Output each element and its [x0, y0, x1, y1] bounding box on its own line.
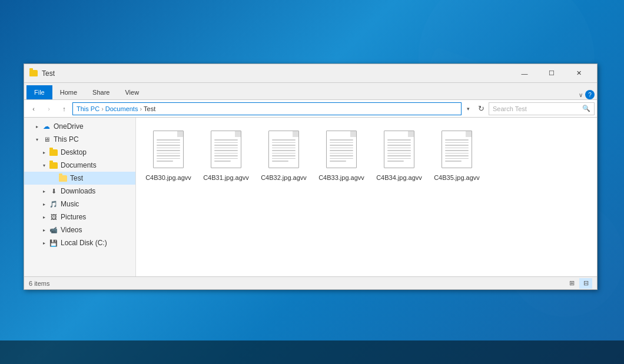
sidebar-item-downloads[interactable]: ⬇ Downloads: [24, 185, 135, 198]
ribbon: File Home Share View ∨ ?: [24, 83, 597, 100]
expand-documents[interactable]: [41, 162, 48, 169]
downloads-icon: ⬇: [49, 186, 58, 196]
tab-share[interactable]: Share: [85, 85, 117, 99]
sidebar-label-thispc: This PC: [54, 135, 79, 143]
file-icon-container: [438, 127, 476, 172]
sidebar-item-onedrive[interactable]: ☁ OneDrive: [24, 120, 135, 133]
file-icon-container: [380, 127, 418, 172]
content-area: ☁ OneDrive 🖥 This PC: [24, 118, 597, 276]
expand-desktop[interactable]: [41, 149, 48, 156]
ribbon-tabs: File Home Share View ∨ ?: [24, 83, 597, 99]
doc-icon: [384, 131, 414, 168]
file-name: C4B32.jpg.agvv: [261, 173, 307, 182]
breadcrumb-sep-2: ›: [140, 105, 142, 112]
sidebar-label-documents: Documents: [61, 161, 97, 169]
sidebar-item-videos[interactable]: 📹 Videos: [24, 223, 135, 236]
status-bar: 6 items ⊞ ⊟: [24, 276, 597, 289]
pc-icon: 🖥: [42, 135, 51, 144]
onedrive-icon: ☁: [42, 122, 51, 131]
maximize-button[interactable]: ☐: [538, 64, 565, 83]
tab-file[interactable]: File: [26, 85, 52, 99]
close-button[interactable]: ✕: [565, 64, 592, 83]
file-icon-container: [265, 127, 303, 172]
file-item[interactable]: C4B33.jpg.agvv: [315, 123, 368, 185]
sidebar-item-localdisk[interactable]: 💾 Local Disk (C:): [24, 236, 135, 249]
breadcrumb[interactable]: This PC › Documents › Test: [72, 102, 462, 115]
doc-lines: [445, 139, 469, 163]
breadcrumb-thispc[interactable]: This PC: [77, 105, 99, 112]
expand-onedrive[interactable]: [34, 123, 41, 130]
breadcrumb-documents[interactable]: Documents: [105, 105, 138, 112]
file-item[interactable]: C4B30.jpg.agvv: [142, 123, 195, 185]
file-icon-container: [323, 127, 360, 172]
forward-button[interactable]: ›: [42, 102, 56, 116]
documents-folder-icon: [49, 161, 58, 170]
file-area: C4B30.jpg.agvv C4B: [136, 118, 597, 276]
sidebar: ☁ OneDrive 🖥 This PC: [24, 118, 136, 276]
back-button[interactable]: ‹: [26, 102, 41, 116]
help-icon[interactable]: ?: [585, 90, 595, 99]
file-name: C4B30.jpg.agvv: [145, 173, 191, 182]
pictures-icon: 🖼: [49, 212, 58, 222]
up-button[interactable]: ↑: [57, 102, 71, 116]
sidebar-label-desktop: Desktop: [61, 148, 87, 156]
breadcrumb-dropdown[interactable]: ▾: [463, 102, 473, 115]
view-icons-button[interactable]: ⊟: [579, 278, 592, 289]
sidebar-item-desktop[interactable]: Desktop: [24, 146, 135, 159]
minimize-button[interactable]: —: [511, 64, 538, 83]
refresh-button[interactable]: ↻: [474, 102, 487, 115]
file-icon-container: [150, 127, 187, 172]
breadcrumb-test: Test: [144, 105, 155, 112]
sidebar-label-videos: Videos: [61, 226, 82, 234]
expand-videos[interactable]: [41, 226, 48, 233]
expand-localdisk[interactable]: [41, 239, 48, 246]
doc-icon: [442, 131, 472, 168]
view-details-button[interactable]: ⊞: [565, 278, 578, 289]
music-icon: 🎵: [49, 199, 58, 209]
sidebar-item-music[interactable]: 🎵 Music: [24, 198, 135, 211]
expand-icon: ∨: [579, 92, 583, 98]
doc-lines: [157, 139, 180, 163]
file-item[interactable]: C4B35.jpg.agvv: [430, 123, 483, 185]
sidebar-scroll: ☁ OneDrive 🖥 This PC: [24, 118, 135, 252]
doc-lines: [330, 139, 353, 163]
file-item[interactable]: C4B32.jpg.agvv: [257, 123, 310, 185]
explorer-window: Test — ☐ ✕ File Home Share View ∨ ? ‹ › …: [24, 64, 598, 290]
sidebar-item-documents[interactable]: Documents: [24, 159, 135, 172]
tab-home[interactable]: Home: [52, 85, 85, 99]
localdisk-icon: 💾: [49, 238, 58, 248]
title-bar: Test — ☐ ✕: [24, 64, 597, 83]
sidebar-label-pictures: Pictures: [61, 213, 86, 221]
sidebar-label-music: Music: [61, 200, 79, 208]
view-buttons: ⊞ ⊟: [565, 278, 592, 289]
doc-lines: [387, 139, 411, 163]
window-icon: [29, 69, 38, 78]
doc-lines: [214, 139, 238, 163]
search-placeholder: Search Test: [493, 105, 527, 112]
sidebar-label-localdisk: Local Disk (C:): [61, 239, 107, 247]
sidebar-item-test[interactable]: Test: [24, 172, 135, 185]
expand-downloads[interactable]: [41, 188, 48, 195]
expand-music[interactable]: [41, 201, 48, 208]
sidebar-item-pictures[interactable]: 🖼 Pictures: [24, 211, 135, 223]
doc-icon: [326, 131, 357, 168]
test-folder-icon: [58, 173, 68, 183]
search-icon[interactable]: 🔍: [582, 105, 590, 112]
sidebar-label-onedrive: OneDrive: [54, 122, 84, 131]
expand-pictures[interactable]: [41, 213, 48, 221]
desktop-folder-icon: [49, 148, 58, 157]
sidebar-label-downloads: Downloads: [61, 187, 95, 195]
taskbar: [0, 340, 624, 364]
tab-view[interactable]: View: [117, 85, 147, 99]
file-item[interactable]: C4B31.jpg.agvv: [200, 123, 253, 185]
expand-thispc[interactable]: [34, 136, 41, 143]
sidebar-item-thispc[interactable]: 🖥 This PC: [24, 133, 135, 146]
file-item[interactable]: C4B34.jpg.agvv: [373, 123, 426, 185]
file-icon-container: [207, 127, 245, 172]
search-box[interactable]: Search Test 🔍: [489, 102, 595, 115]
file-name: C4B33.jpg.agvv: [318, 173, 364, 182]
file-name: C4B31.jpg.agvv: [203, 173, 249, 182]
file-name: C4B35.jpg.agvv: [434, 173, 480, 182]
window-title: Test: [42, 69, 511, 78]
doc-icon: [153, 131, 184, 168]
